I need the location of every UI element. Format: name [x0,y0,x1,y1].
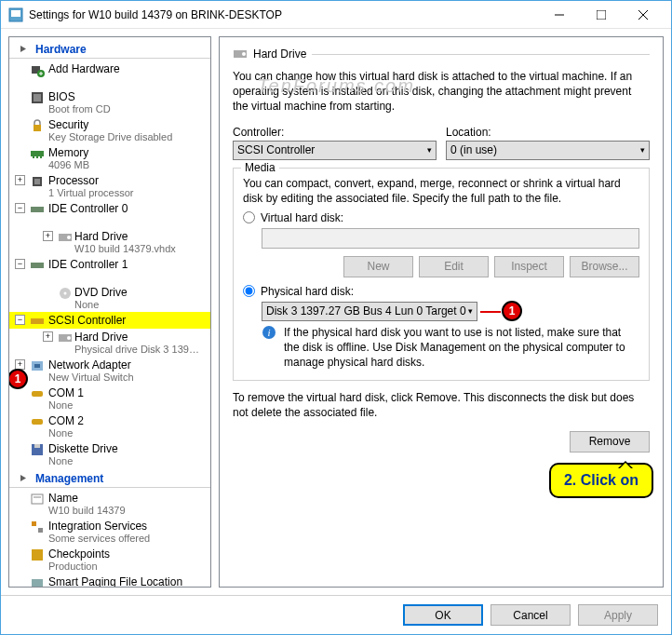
svg-marker-35 [20,475,26,481]
memory-icon [30,146,45,161]
svg-rect-30 [34,364,40,368]
detail-title: Hard Drive [253,47,306,61]
annotation-badge-1: 1 [8,369,28,389]
expand-icon[interactable]: + [15,175,25,185]
physical-disk-info: If the physical hard disk you want to us… [284,325,639,371]
svg-rect-39 [38,528,43,533]
tree-ide0[interactable]: − IDE Controller 0 [9,200,210,228]
new-button[interactable]: New [343,256,413,277]
apply-button[interactable]: Apply [578,604,658,626]
tree-scsi-harddrive[interactable]: + Hard Drive Physical drive Disk 3 1397.… [9,329,210,357]
edit-button[interactable]: Edit [419,256,489,277]
browse-button[interactable]: Browse... [570,256,639,277]
svg-point-28 [67,336,71,340]
svg-rect-20 [31,207,44,212]
remove-button[interactable]: Remove [570,431,650,453]
svg-rect-23 [31,263,44,268]
ok-button[interactable]: OK [403,604,483,626]
inspect-button[interactable]: Inspect [494,256,564,277]
physical-radio[interactable]: Physical hard disk: [243,285,639,298]
close-button[interactable] [622,1,664,29]
annotation-badge-1b: 1 [502,301,522,321]
tree-checkpoints[interactable]: Checkpoints Production [9,546,210,574]
tree-security[interactable]: Security Key Storage Drive disabled [9,116,210,144]
harddrive-icon [233,47,248,61]
maximize-button[interactable] [580,1,622,29]
chevron-down-icon: ▾ [640,145,645,155]
titlebar[interactable]: Settings for W10 build 14379 on BRINK-DE… [1,1,671,29]
svg-rect-1 [11,10,20,17]
tree-processor[interactable]: + Processor 1 Virtual processor [9,172,210,200]
collapse-icon[interactable]: − [15,259,25,269]
paging-icon [30,575,45,588]
svg-rect-12 [34,94,41,101]
name-icon [30,492,45,507]
com-port-icon [30,386,45,401]
tree-ide1-dvd[interactable]: DVD Drive None [9,284,210,312]
settings-tree[interactable]: 1 Hardware Add Hardware BIOS Boot from C… [8,36,211,588]
svg-rect-34 [34,444,40,448]
tree-integration[interactable]: Integration Services Some services offer… [9,518,210,546]
harddrive-icon [58,331,73,345]
svg-rect-32 [32,419,43,425]
hardware-section-header[interactable]: Hardware [9,39,210,59]
media-fieldset: Media You can compact, convert, expand, … [233,168,650,381]
svg-rect-31 [32,391,43,397]
hyperv-icon [8,7,23,22]
tree-com2[interactable]: COM 2 None [9,412,210,440]
controller-select[interactable]: SCSI Controller▾ [233,141,437,160]
tree-add-hardware[interactable]: Add Hardware [9,61,210,88]
location-label: Location: [446,126,650,139]
tree-name[interactable]: Name W10 build 14379 [9,490,210,518]
security-icon [30,118,45,133]
controller-icon [30,258,45,273]
collapse-icon[interactable] [19,44,29,54]
minimize-button[interactable] [538,1,580,29]
tree-com1[interactable]: COM 1 None [9,385,210,412]
tree-ide0-harddrive[interactable]: + Hard Drive W10 build 14379.vhdx [9,228,210,256]
svg-point-25 [64,292,67,295]
diskette-icon [30,442,45,457]
management-section-header[interactable]: Management [9,468,210,488]
collapse-icon[interactable]: − [15,315,25,325]
svg-rect-15 [33,156,34,158]
vhd-radio[interactable]: Virtual hard disk: [243,211,639,224]
vhd-path-input[interactable] [262,228,639,249]
media-description: You can compact, convert, expand, merge,… [243,176,639,206]
physical-disk-select[interactable]: Disk 3 1397.27 GB Bus 4 Lun 0 Target 0▾ [262,302,477,321]
svg-rect-41 [32,579,43,587]
svg-rect-16 [36,156,38,158]
settings-window: TenForums.com Settings for W10 build 143… [0,0,672,635]
detail-pane: Hard Drive You can change how this virtu… [219,36,664,588]
network-icon [30,358,45,373]
collapse-icon[interactable] [19,473,29,483]
tree-ide1[interactable]: − IDE Controller 1 [9,256,210,284]
tree-network[interactable]: + Network Adapter New Virtual Switch [9,357,210,385]
tree-bios[interactable]: BIOS Boot from CD [9,88,210,116]
svg-rect-19 [34,179,40,184]
com-port-icon [30,414,45,429]
tree-scsi[interactable]: − SCSI Controller [9,312,210,329]
bios-icon [30,90,45,105]
expand-icon[interactable]: + [43,331,53,342]
svg-rect-38 [32,521,36,526]
collapse-icon[interactable]: − [15,203,25,213]
svg-rect-14 [31,151,44,156]
info-icon: i [262,325,276,340]
harddrive-icon [58,230,73,245]
location-select[interactable]: 0 (in use)▾ [446,141,650,160]
tree-diskette[interactable]: Diskette Drive None [9,440,210,468]
tree-smart-paging[interactable]: Smart Paging File Location [9,574,210,588]
tree-memory[interactable]: Memory 4096 MB [9,144,210,172]
controller-label: Controller: [233,126,437,139]
cancel-button[interactable]: Cancel [491,604,571,626]
chevron-down-icon: ▾ [427,145,432,155]
window-title: Settings for W10 build 14379 on BRINK-DE… [29,8,538,21]
integration-icon [30,520,45,534]
remove-description: To remove the virtual hard disk, click R… [233,390,650,420]
annotation-callout: 2. Click on [549,463,653,498]
media-legend: Media [241,161,279,174]
expand-icon[interactable]: + [43,231,53,241]
svg-marker-6 [20,46,26,52]
svg-rect-26 [31,318,44,324]
